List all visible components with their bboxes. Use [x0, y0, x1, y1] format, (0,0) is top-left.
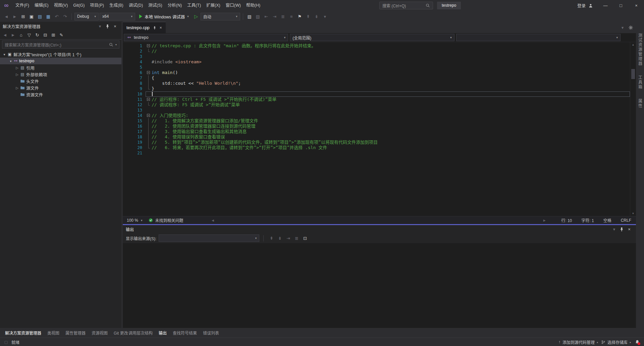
close-panel-icon[interactable]: ×: [626, 225, 633, 233]
tree-expander-icon[interactable]: ▾: [2, 53, 7, 56]
scroll-right-icon[interactable]: ▶: [542, 219, 547, 222]
autohide-tab-3[interactable]: 属性: [637, 99, 643, 108]
line-indicator[interactable]: 行: 10: [561, 217, 572, 223]
menu-item-10[interactable]: 工具(T): [184, 0, 204, 11]
char-indicator[interactable]: 字符: 1: [581, 217, 594, 223]
open-file-icon[interactable]: ▣: [28, 13, 35, 20]
dock-tab-属性管理器[interactable]: 属性管理器: [62, 328, 89, 338]
minimize-button[interactable]: —: [598, 0, 613, 11]
collapse-all-icon[interactable]: ⊟: [42, 31, 49, 39]
dock-tab-解决方案资源管理器[interactable]: 解决方案资源管理器: [2, 328, 44, 338]
next-bookmark-icon[interactable]: ⇟: [313, 13, 320, 20]
hot-reload-mode-select[interactable]: 自动▾: [201, 13, 240, 20]
properties-icon[interactable]: ✎: [58, 31, 65, 39]
indent-increase-icon[interactable]: ⇥: [271, 13, 278, 20]
next-message-icon[interactable]: ⇟: [276, 234, 283, 242]
clear-all-icon[interactable]: ≣: [293, 234, 300, 242]
breakpoint-margin[interactable]: [123, 134, 129, 140]
redo-icon[interactable]: ↷: [61, 13, 69, 20]
menu-item-8[interactable]: 测试(S): [146, 0, 165, 11]
tree-row-7[interactable]: 资源文件: [0, 91, 121, 98]
code-line-20[interactable]: 20// 6. 将来，若要再次打开此项目，请转到“文件”>“打开”>“项目”并选…: [123, 145, 636, 150]
attach-process-icon[interactable]: ▧: [246, 13, 253, 20]
quick-search-box[interactable]: 搜索 (Ctrl+Q): [379, 2, 433, 9]
fold-margin[interactable]: −: [146, 70, 152, 75]
breakpoint-margin[interactable]: [123, 150, 129, 156]
nav-scope-select[interactable]: (全局范围) ▾: [290, 34, 454, 41]
code-line-4[interactable]: 4#include <iostream>: [123, 59, 636, 65]
panel-tab-查找符号结果[interactable]: 查找符号结果: [170, 328, 200, 338]
dock-tab-类视图[interactable]: 类视图: [44, 328, 62, 338]
indent-decrease-icon[interactable]: ⇤: [263, 13, 270, 20]
save-icon[interactable]: ▤: [36, 13, 44, 20]
tree-row-3[interactable]: ▷▤引用: [0, 64, 121, 71]
breakpoint-margin[interactable]: [123, 75, 129, 81]
se-forward-icon[interactable]: ►: [9, 31, 17, 39]
fold-margin[interactable]: −: [146, 97, 152, 102]
zoom-select[interactable]: 100 %▾: [124, 218, 145, 223]
nav-back-icon[interactable]: ◄: [3, 13, 10, 20]
breakpoint-margin[interactable]: [123, 145, 129, 150]
scrollbar-thumb[interactable]: [631, 69, 635, 79]
menu-item-1[interactable]: 文件(F): [13, 0, 32, 11]
toolbar-options-icon[interactable]: ▾: [321, 13, 329, 20]
code-line-8[interactable]: 8 std::cout << "Hello World!\n";: [123, 81, 636, 86]
menu-item-11[interactable]: 扩展(X): [204, 0, 223, 11]
breakpoint-margin[interactable]: [123, 113, 129, 118]
panel-tab-错误列表[interactable]: 错误列表: [200, 328, 222, 338]
breakpoint-margin[interactable]: [123, 65, 129, 70]
breakpoint-margin[interactable]: [123, 118, 129, 124]
pin-tab-icon[interactable]: [153, 26, 157, 30]
bookmark-icon[interactable]: ⚑: [296, 13, 304, 20]
word-wrap-icon[interactable]: ⊡: [301, 234, 309, 242]
tree-expander-icon[interactable]: ▷: [15, 86, 19, 90]
search-options-chevron-icon[interactable]: ▾: [115, 43, 117, 46]
breakpoint-margin[interactable]: [123, 91, 129, 97]
goto-message-icon[interactable]: ⇥: [284, 234, 292, 242]
breakpoint-margin[interactable]: [123, 86, 129, 91]
menu-item-13[interactable]: 帮助(H): [244, 0, 263, 11]
menu-item-5[interactable]: 项目(P): [87, 0, 107, 11]
se-back-icon[interactable]: ◄: [1, 31, 9, 39]
menu-item-7[interactable]: 调试(D): [126, 0, 146, 11]
document-health-indicator[interactable]: 未找到相关问题: [149, 217, 183, 223]
sign-in-button[interactable]: 登录: [577, 2, 593, 9]
scroll-down-icon[interactable]: ▼: [630, 211, 636, 216]
breakpoint-margin[interactable]: [123, 70, 129, 75]
solution-platform-select[interactable]: x64▾: [100, 13, 135, 20]
scroll-left-icon[interactable]: ◀: [210, 219, 216, 222]
refresh-icon[interactable]: ↻: [34, 31, 41, 39]
scroll-up-icon[interactable]: ▲: [630, 42, 636, 47]
select-repository-button[interactable]: 选择存储库 ▴: [601, 339, 631, 345]
prev-message-icon[interactable]: ⇞: [268, 234, 275, 242]
code-line-21[interactable]: 21: [123, 150, 636, 156]
menu-item-12[interactable]: 窗口(W): [223, 0, 244, 11]
tree-expander-icon[interactable]: ▷: [15, 66, 19, 70]
code-line-1[interactable]: 1−// testrepo.cpp : 此文件包含 "main" 函数。程序执行…: [123, 43, 636, 49]
code-line-3[interactable]: 3: [123, 54, 636, 59]
code-line-14[interactable]: 14−// 入门使用技巧:: [123, 113, 636, 118]
solution-explorer-header[interactable]: 解决方案资源管理器 ▾×: [0, 22, 121, 31]
tree-row-6[interactable]: ▷源文件: [0, 84, 121, 91]
breakpoint-margin[interactable]: [123, 43, 129, 49]
breakpoint-margin[interactable]: [123, 124, 129, 129]
tree-row-5[interactable]: 头文件: [0, 78, 121, 84]
comment-icon[interactable]: ≣: [279, 13, 287, 20]
start-debugging-button[interactable]: 本地 Windows 调试器 ▾: [136, 12, 192, 21]
notifications-button[interactable]: [634, 339, 641, 345]
fold-collapse-icon[interactable]: −: [147, 98, 150, 101]
save-all-icon[interactable]: ▦: [45, 13, 52, 20]
spaces-indicator[interactable]: 空格: [603, 217, 611, 223]
menu-item-9[interactable]: 分析(N): [165, 0, 184, 11]
code-line-17[interactable]: 17// 3. 使用输出窗口查看生成输出和其他消息: [123, 129, 636, 134]
editor-settings-icon[interactable]: [628, 25, 633, 30]
code-line-9[interactable]: 9}: [123, 86, 636, 91]
output-panel-header[interactable]: 输出 ▾×: [123, 225, 636, 233]
breakpoint-margin[interactable]: [123, 97, 129, 102]
code-line-2[interactable]: 2//: [123, 49, 636, 54]
menu-item-4[interactable]: Git(G): [70, 0, 87, 11]
tree-row-2[interactable]: ▾++testrepo: [0, 58, 121, 64]
undo-icon[interactable]: ↶: [53, 13, 60, 20]
auto-hide-pin-icon[interactable]: [619, 227, 624, 232]
fold-collapse-icon[interactable]: −: [147, 71, 150, 74]
